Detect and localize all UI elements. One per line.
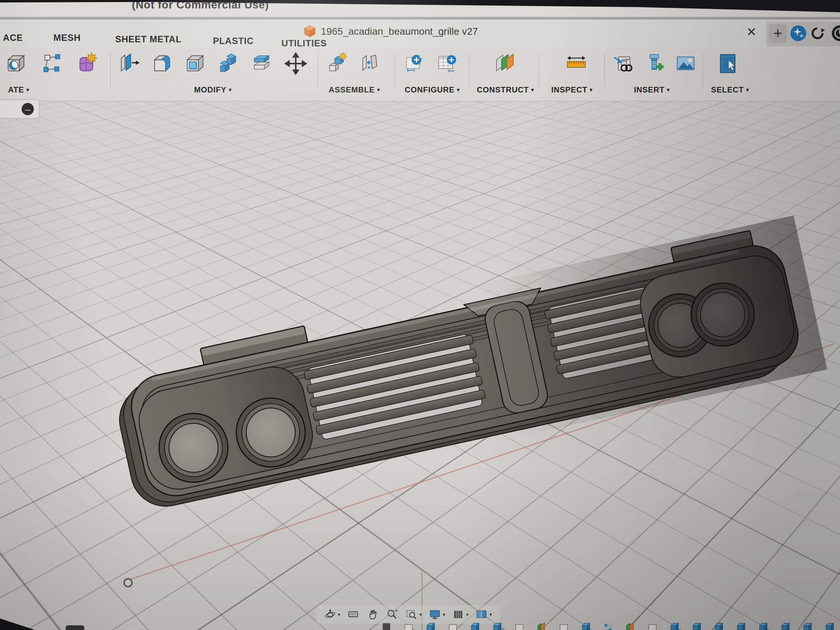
chevron-down-icon: ▾ [457, 87, 459, 93]
display-settings-button[interactable]: ▾ [429, 608, 445, 621]
timeline-feature-plane-icon[interactable] [626, 622, 635, 630]
chevron-down-icon: ▾ [338, 612, 340, 618]
group-label: ATE [8, 85, 24, 94]
timeline-feature-sketch-icon[interactable] [515, 622, 524, 630]
timeline-feature-plane-icon[interactable] [537, 622, 546, 630]
toolbar-separator [317, 54, 318, 88]
timeline-feature-extrude-icon[interactable] [826, 622, 834, 630]
timeline-feature-extrude-icon[interactable] [582, 622, 591, 630]
chevron-down-icon: ▾ [667, 87, 669, 93]
group-label: CONSTRUCT [477, 85, 529, 94]
display-settings-icon [429, 608, 441, 621]
tab-sheet-metal[interactable]: SHEET METAL [115, 34, 182, 45]
orbit-button[interactable]: ▾ [324, 608, 340, 621]
fillet-icon[interactable] [150, 52, 173, 75]
shell-icon[interactable] [184, 52, 207, 75]
history-clock-icon[interactable] [832, 25, 840, 41]
press-pull-icon[interactable] [118, 52, 141, 75]
toolbar-group-inspect[interactable]: INSPECT▾ [538, 85, 605, 95]
pan-icon [367, 608, 379, 621]
toolbar-separator [469, 54, 470, 88]
toolbar-separator [110, 54, 111, 88]
joint-icon[interactable] [359, 52, 382, 75]
toolbar-separator [702, 54, 703, 88]
viewport-canvas[interactable]: ▾ [0, 101, 840, 630]
tab-utilities[interactable]: UTILITIES [281, 38, 327, 49]
orange-cube-icon [303, 25, 316, 38]
orbit-icon [324, 608, 336, 621]
tab-surface[interactable]: ACE [3, 33, 23, 43]
grille-3d-model[interactable] [0, 101, 840, 630]
group-label: INSERT [634, 85, 665, 94]
move-copy-icon[interactable] [284, 52, 307, 75]
toolbar-group-select[interactable]: SELECT▾ [696, 85, 764, 95]
chevron-down-icon: ▾ [377, 87, 380, 93]
timeline-feature-dark-icon[interactable] [382, 622, 391, 630]
timeline-feature-extrude-icon[interactable] [781, 622, 790, 630]
construction-plane-icon[interactable] [492, 52, 519, 75]
pan-button[interactable] [367, 608, 379, 621]
tab-plastic[interactable]: PLASTIC [213, 36, 254, 46]
timeline-feature-sketch-icon[interactable] [648, 622, 657, 630]
new-tab-button[interactable]: + [769, 24, 787, 42]
configuration-icon[interactable] [403, 52, 426, 75]
view-navigation-bar: ▾ [316, 605, 500, 624]
timeline-feature-extrude-icon[interactable] [493, 622, 502, 630]
insert-derive-icon[interactable] [613, 52, 635, 75]
timeline-feature-sketch-icon[interactable] [404, 622, 413, 630]
toolbar-group-construct[interactable]: CONSTRUCT▾ [469, 85, 542, 95]
look-at-button[interactable] [347, 608, 360, 621]
create-form-icon[interactable] [75, 52, 98, 75]
timeline-feature-sketch-icon[interactable] [448, 622, 457, 630]
timeline-feature-extrude-icon[interactable] [803, 622, 812, 630]
chevron-down-icon: ▾ [531, 87, 534, 93]
timeline-feature-extrude-icon[interactable] [759, 622, 768, 630]
fusion360-app-window: (Not for Commercial Use) 1965_acadian_be… [0, 0, 840, 630]
browser-collapse-button[interactable]: – [22, 103, 34, 115]
canvas-icon[interactable] [674, 52, 697, 75]
chevron-down-icon: ▾ [26, 87, 29, 93]
toolbar-separator [604, 54, 605, 88]
sync-icon[interactable] [810, 25, 826, 41]
timeline-feature-pattern-icon[interactable] [604, 622, 613, 630]
new-component-icon[interactable] [326, 52, 349, 75]
timeline-feature-extrude-icon[interactable] [471, 622, 480, 630]
timeline-feature-extrude-icon[interactable] [737, 622, 745, 630]
select-icon[interactable] [715, 52, 740, 75]
toolbar-separator [394, 54, 395, 88]
timeline[interactable] [382, 622, 834, 630]
document-tab[interactable]: 1965_acadian_beaumont_grille v27 [303, 25, 478, 38]
chevron-down-icon: ▾ [590, 87, 593, 93]
insert-mcmaster-icon[interactable] [643, 52, 666, 75]
fit-button[interactable]: ▾ [406, 608, 422, 621]
zoom-button[interactable] [386, 608, 398, 621]
timeline-playback-controls[interactable] [66, 625, 84, 630]
timeline-feature-extrude-icon[interactable] [670, 622, 679, 630]
group-label: SELECT [711, 85, 744, 94]
viewports-icon [476, 608, 488, 621]
chevron-down-icon: ▾ [466, 612, 469, 618]
viewports-button[interactable]: ▾ [476, 608, 492, 621]
close-tab-button[interactable]: ✕ [746, 26, 756, 38]
toolbar-group-modify[interactable]: MODIFY▾ [175, 85, 251, 95]
timeline-feature-extrude-icon[interactable] [715, 622, 723, 630]
grid-snaps-button[interactable]: ▾ [452, 608, 469, 621]
toolbar-group-insert[interactable]: INSERT▾ [616, 85, 688, 95]
browser-panel-collapsed: – [0, 99, 39, 119]
split-body-icon[interactable] [250, 52, 273, 75]
sketch-icon[interactable] [41, 52, 63, 75]
tab-mesh[interactable]: MESH [54, 33, 81, 43]
timeline-feature-sketch-icon[interactable] [559, 622, 568, 630]
toolbar-group-assemble[interactable]: ASSEMBLE▾ [318, 85, 391, 95]
timeline-feature-extrude-icon[interactable] [426, 622, 435, 630]
measure-icon[interactable] [562, 52, 591, 75]
extensions-icon[interactable] [790, 25, 806, 41]
timeline-feature-extrude-icon[interactable] [692, 622, 701, 630]
toolbar-group-create[interactable]: ATE▾ [0, 85, 39, 95]
form-box-icon[interactable] [5, 52, 27, 75]
configuration-table-icon[interactable] [436, 52, 459, 75]
toolbar-separator [538, 54, 539, 88]
combine-icon[interactable] [217, 52, 240, 75]
toolbar-group-configure[interactable]: CONFIGURE▾ [394, 85, 470, 95]
chevron-down-icon: ▾ [229, 87, 232, 93]
